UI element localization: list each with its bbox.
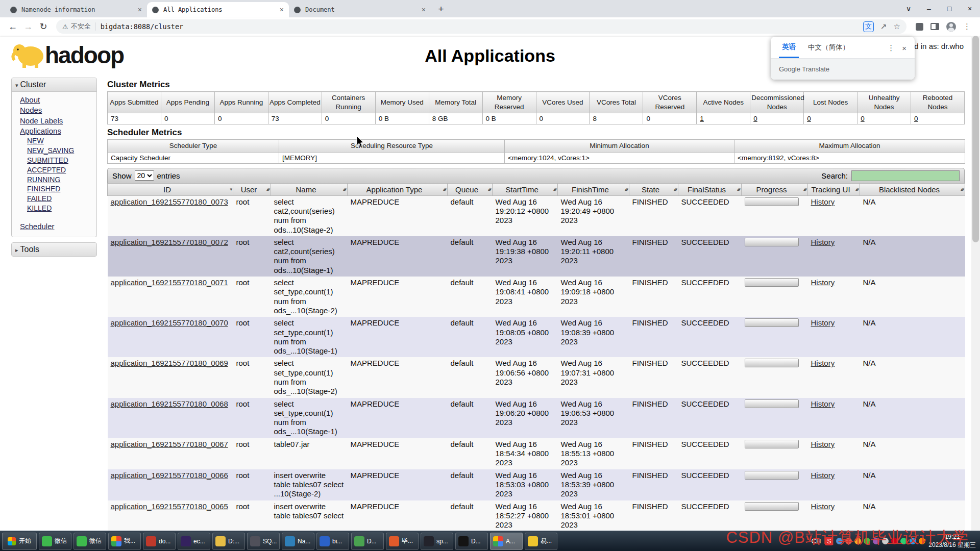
taskbar-app-button[interactable]: D:... (212, 533, 245, 550)
sort-icon[interactable]: ▴▾ (961, 187, 963, 192)
sidebar-item[interactable]: NEW_SAVING (27, 146, 96, 156)
application-link[interactable]: application_1692155770180_0066 (111, 471, 228, 480)
sort-icon[interactable]: ▴▾ (488, 187, 491, 192)
sidebar-item[interactable]: KILLED (27, 204, 96, 213)
sort-icon[interactable]: ▴▾ (625, 187, 627, 192)
metric-column-header[interactable]: Apps Running (214, 92, 268, 113)
security-label[interactable]: 不安全 (71, 22, 91, 31)
sort-icon[interactable]: ▴▾ (343, 187, 346, 192)
sidebar-link[interactable]: Nodes (20, 106, 42, 114)
metric-column-header[interactable]: Memory Total (429, 92, 482, 113)
side-panel-icon[interactable] (930, 23, 939, 30)
browser-menu-icon[interactable]: ⋮ (963, 22, 971, 31)
history-link[interactable]: History (811, 359, 835, 367)
metric-column-header[interactable]: VCores Reserved (643, 92, 697, 113)
sidebar-item[interactable]: About (20, 95, 94, 105)
browser-tab[interactable]: Namenode information × (5, 2, 147, 17)
sidebar-link[interactable]: NEW_SAVING (27, 146, 74, 155)
sidebar-item[interactable]: ACCEPTED (27, 165, 96, 175)
metric-column-header[interactable]: Active Nodes (697, 92, 750, 113)
tab-close-icon[interactable]: × (422, 6, 426, 14)
sort-icon[interactable]: ▴▾ (266, 187, 269, 192)
sidebar-cluster-header[interactable]: ▾Cluster (12, 78, 96, 92)
tab-search-icon[interactable]: ∨ (898, 5, 919, 13)
sidebar-link[interactable]: RUNNING (27, 176, 60, 184)
metric-column-header[interactable]: Memory Used (375, 92, 429, 113)
profile-avatar[interactable] (946, 22, 956, 32)
application-link[interactable]: application_1692155770180_0067 (111, 440, 228, 448)
application-link[interactable]: application_1692155770180_0070 (111, 318, 228, 327)
metric-column-header[interactable]: VCores Total (590, 92, 643, 113)
application-link[interactable]: application_1692155770180_0069 (111, 359, 228, 367)
new-tab-button[interactable]: + (434, 2, 448, 16)
sidebar-link[interactable]: SUBMITTED (27, 156, 68, 164)
metric-column-header[interactable]: Containers Running (322, 92, 375, 113)
metric-column-header[interactable]: Memory Reserved (482, 92, 536, 113)
taskbar-app-button[interactable]: 微信 (39, 533, 71, 550)
history-link[interactable]: History (811, 471, 835, 480)
address-bar[interactable]: ⚠ 不安全 bigdata:8088/cluster 文 ↗ ☆ (56, 19, 906, 34)
column-header[interactable]: ID ▾ (108, 183, 233, 195)
application-link[interactable]: application_1692155770180_0071 (111, 278, 228, 287)
sidebar-item[interactable]: Applications (20, 126, 94, 136)
back-button[interactable]: ← (5, 21, 20, 32)
scrollbar-thumb[interactable] (972, 36, 979, 242)
share-icon[interactable]: ↗ (880, 22, 887, 31)
tab-close-icon[interactable]: × (138, 6, 142, 14)
taskbar-app-button[interactable]: bi... (316, 533, 349, 550)
column-header[interactable]: Queue ▴▾ (448, 183, 493, 195)
browser-tab[interactable]: Document × (289, 2, 431, 17)
sidebar-link[interactable]: NEW (27, 137, 44, 145)
sort-icon[interactable]: ▴▾ (674, 187, 676, 192)
column-header[interactable]: State ▴▾ (629, 183, 678, 195)
history-link[interactable]: History (811, 399, 835, 408)
sidebar-item[interactable]: FAILED (27, 194, 96, 204)
sidebar-tools-header[interactable]: ▸Tools (11, 242, 97, 257)
metric-column-header[interactable]: VCores Used (536, 92, 590, 113)
metric-column-header[interactable]: Decommissioned Nodes (750, 92, 804, 113)
sidebar-link[interactable]: FINISHED (27, 185, 60, 193)
taskbar-app-button[interactable]: Na... (282, 533, 314, 550)
column-header[interactable]: StartTime ▴▾ (493, 183, 558, 195)
taskbar-app-button[interactable]: 我... (108, 533, 141, 550)
metric-column-header[interactable]: Apps Completed (268, 92, 322, 113)
metric-column-header[interactable]: Lost Nodes (804, 92, 857, 113)
translate-target-tab[interactable]: 中文（简体） (805, 43, 852, 57)
taskbar-app-button[interactable]: 易... (525, 533, 557, 550)
column-header[interactable]: Application Type ▴▾ (348, 183, 448, 195)
column-header[interactable]: Progress ▴▾ (742, 183, 808, 195)
sidebar-item[interactable]: Nodes (20, 105, 94, 115)
sidebar-link[interactable]: FAILED (27, 194, 52, 203)
translate-close-icon[interactable]: × (899, 44, 908, 57)
search-input[interactable] (851, 170, 960, 181)
taskbar-app-button[interactable]: ec... (178, 533, 210, 550)
page-scrollbar[interactable] (971, 36, 980, 531)
metric-column-header[interactable]: Rebooted Nodes (911, 92, 965, 113)
metric-column-header[interactable]: Maximum Allocation (734, 140, 965, 153)
translate-source-tab[interactable]: 英语 (779, 42, 799, 58)
bookmark-star-icon[interactable]: ☆ (894, 22, 900, 31)
sort-icon[interactable]: ▴▾ (443, 187, 446, 192)
column-header[interactable]: User ▴▾ (233, 183, 271, 195)
close-window-button[interactable]: × (960, 5, 980, 13)
tab-close-icon[interactable]: × (280, 6, 284, 14)
taskbar-app-button[interactable]: A... (490, 533, 523, 550)
column-header[interactable]: Tracking UI ▴▾ (808, 183, 860, 195)
sidebar-item[interactable]: SUBMITTED (27, 156, 96, 165)
browser-tab[interactable]: All Applications × (147, 2, 289, 17)
taskbar-app-button[interactable]: 微信 (74, 533, 106, 550)
taskbar-app-button[interactable]: 毕... (386, 533, 419, 550)
column-header[interactable]: FinalStatus ▴▾ (678, 183, 742, 195)
sidebar-link[interactable]: ACCEPTED (27, 166, 66, 174)
application-link[interactable]: application_1692155770180_0072 (111, 238, 228, 246)
application-link[interactable]: application_1692155770180_0073 (111, 197, 228, 206)
sort-icon[interactable]: ▴▾ (737, 187, 740, 192)
sort-icon[interactable]: ▾ (230, 187, 231, 192)
sort-icon[interactable]: ▴▾ (803, 187, 806, 192)
metric-column-header[interactable]: Minimum Allocation (505, 140, 734, 153)
entries-select[interactable]: 20 (135, 170, 154, 181)
sidebar-item-scheduler[interactable]: Scheduler (20, 221, 94, 232)
column-header[interactable]: FinishTime ▴▾ (558, 183, 629, 195)
translate-icon[interactable]: 文 (863, 21, 874, 32)
sidebar-item[interactable]: FINISHED (27, 184, 96, 194)
